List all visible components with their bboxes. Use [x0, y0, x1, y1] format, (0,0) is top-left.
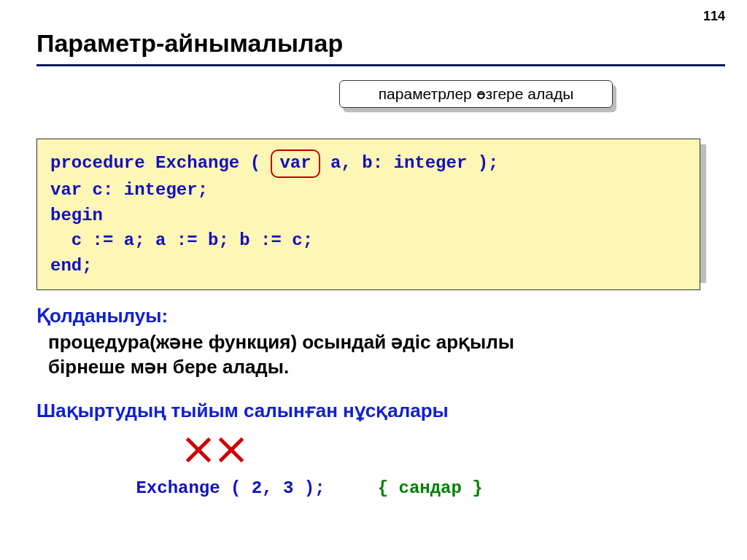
title-divider: [36, 64, 725, 66]
code-line-4: c := a; a := b; b := c;: [50, 228, 686, 254]
example-comment: { сандар }: [378, 478, 483, 498]
forbidden-examples: Exchange ( 2, 3 ); { сандар } Exchange (…: [73, 434, 711, 560]
page-title: Параметр-айнымалылар: [36, 29, 343, 58]
callout-text: параметрлер өзгере алады: [379, 85, 574, 103]
var-keyword-box: var: [271, 149, 320, 178]
code-text: procedure Exchange (: [50, 153, 271, 173]
usage-body-line1: процедура(және функция) осындай әдіс арқ…: [48, 330, 711, 355]
example-line-1: Exchange ( 2, 3 ); { сандар }: [73, 434, 711, 560]
usage-section: Қолданылуы: процедура(және функция) осын…: [36, 305, 711, 380]
code-line-2: var c: integer;: [50, 178, 686, 203]
cross-icon: [217, 435, 246, 464]
code-block: procedure Exchange ( var a, b: integer )…: [36, 139, 700, 290]
code-content: procedure Exchange ( var a, b: integer )…: [36, 139, 700, 290]
page-number: 114: [703, 9, 725, 24]
code-line-5: end;: [50, 254, 686, 279]
forbidden-section: Шақыртудың тыйым салынған нұсқалары Exch…: [36, 400, 711, 560]
usage-body-line2: бірнеше мән бере алады.: [48, 355, 711, 380]
code-line-3: begin: [50, 203, 686, 229]
usage-body: процедура(және функция) осындай әдіс арқ…: [48, 330, 711, 380]
callout-box: параметрлер өзгере алады: [339, 80, 613, 108]
forbidden-heading: Шақыртудың тыйым салынған нұсқалары: [36, 400, 711, 422]
example-code: Exchange ( 2, 3 );: [136, 478, 377, 498]
code-line-1: procedure Exchange ( var a, b: integer )…: [50, 149, 686, 178]
usage-heading: Қолданылуы:: [36, 305, 711, 327]
code-text: a, b: integer );: [320, 153, 499, 173]
cross-icon: [184, 435, 213, 464]
